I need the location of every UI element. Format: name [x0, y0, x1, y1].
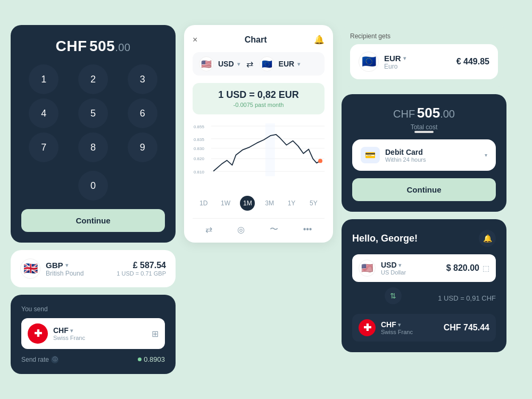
hello-usd-row: 🇺🇸 USD ▾ US Dollar $ 820.00 ⬚	[352, 254, 496, 282]
numpad-grid: 1 2 3 4 5 6 7 8 9	[21, 64, 165, 162]
chart-nav: ⇄ ◎ 〜 •••	[193, 218, 325, 235]
summary-amount-label: CHF 505.00	[352, 105, 496, 121]
hello-bell-button[interactable]: 🔔	[479, 230, 496, 247]
period-1d[interactable]: 1D	[196, 196, 211, 211]
summary-currency-label: CHF	[393, 108, 415, 120]
chart-bell-button[interactable]: 🔔	[314, 35, 325, 45]
dot-icon	[138, 358, 142, 361]
hello-title: Hello, George!	[352, 233, 418, 244]
period-1w[interactable]: 1W	[218, 196, 233, 211]
chart-filter-button[interactable]: ⇄	[205, 224, 212, 235]
center-column: × Chart 🔔 🇺🇸 USD ▾ ⇄ 🇪🇺 EUR ▾ 1 USD = 0,…	[184, 25, 333, 243]
chf-flag: ✚	[28, 323, 48, 344]
send-code[interactable]: CHF ▾	[53, 326, 146, 335]
svg-text:0.835: 0.835	[194, 137, 204, 142]
rate-main: 1 USD = 0,82 EUR	[199, 89, 318, 101]
chart-more-button[interactable]: •••	[303, 224, 312, 235]
exchange-rate-row: ⇅ 1 USD = 0,91 CHF	[352, 287, 496, 309]
chart-trend-button[interactable]: 〜	[270, 224, 278, 235]
chart-to-selector[interactable]: EUR ▾	[279, 60, 301, 68]
payment-info: Debit Card Within 24 hours	[385, 148, 479, 163]
numpad-8[interactable]: 8	[78, 132, 108, 162]
chart-from-selector[interactable]: USD ▾	[218, 60, 240, 68]
numpad-3[interactable]: 3	[128, 64, 157, 94]
chart-svg-wrapper: 0.855 0.835 0.830 0.820 0.810	[193, 121, 325, 192]
gbp-rate: 1 USD = 0.71 GBP	[117, 270, 166, 277]
gbp-flag: 🇬🇧	[20, 259, 40, 279]
send-name: Swiss Franc	[53, 335, 146, 341]
svg-text:0.810: 0.810	[194, 170, 204, 174]
svg-rect-10	[265, 123, 275, 176]
chart-usd-flag: 🇺🇸	[199, 56, 214, 71]
payment-name: Debit Card	[385, 148, 479, 156]
recipient-label: Recipient gets	[350, 32, 498, 40]
summary-card: CHF 505.00 Total cost 💳 Debit Card Withi…	[342, 94, 506, 212]
grid-icon: ⊞	[152, 329, 159, 339]
numpad-4[interactable]: 4	[29, 98, 59, 128]
chart-close-button[interactable]: ×	[193, 35, 197, 45]
gbp-amount-block: £ 587.54 1 USD = 0.71 GBP	[117, 261, 166, 277]
left-column: CHF 505.00 1 2 3 4 5 6 7 8 9 0 Continue …	[11, 25, 176, 374]
hello-usd-info: USD ▾ US Dollar	[381, 261, 406, 276]
currency-selector-row: 🇺🇸 USD ▾ ⇄ 🇪🇺 EUR ▾	[193, 52, 325, 76]
hello-card: Hello, George! 🔔 🇺🇸 USD ▾ US Dollar $ 82…	[342, 219, 506, 352]
exchange-rate-text: 1 USD = 0,91 CHF	[438, 294, 496, 302]
numpad-2[interactable]: 2	[78, 64, 108, 94]
gbp-code: GBP ▾	[46, 261, 111, 270]
send-row: ✚ CHF ▾ Swiss Franc ⊞	[21, 318, 165, 349]
chf-result-row: ✚ CHF ▾ Swiss Franc CHF 745.44	[352, 314, 496, 342]
chart-eur-flag: 🇪🇺	[260, 56, 275, 71]
gbp-card: 🇬🇧 GBP ▾ British Pound £ 587.54 1 USD = …	[11, 250, 176, 287]
recipient-info: EUR ▾ Euro	[384, 54, 451, 70]
main-layout: CHF 505.00 1 2 3 4 5 6 7 8 9 0 Continue …	[11, 25, 521, 374]
period-1y[interactable]: 1Y	[284, 196, 299, 211]
summary-amount-dec: .00	[440, 108, 455, 120]
hello-chf-info: CHF ▾ Swiss Franc	[381, 320, 413, 335]
recipient-flag: 🇪🇺	[359, 52, 379, 72]
chart-wallet-button[interactable]: ◎	[237, 224, 245, 235]
chart-to-chevron-icon: ▾	[297, 61, 300, 67]
numpad-6[interactable]: 6	[128, 98, 157, 128]
svg-point-11	[318, 159, 322, 163]
time-period-selector: 1D 1W 1M 3M 1Y 5Y	[193, 196, 325, 211]
divider	[414, 131, 434, 133]
hello-usd-flag: 🇺🇸	[359, 260, 376, 277]
numpad-card: CHF 505.00 1 2 3 4 5 6 7 8 9 0 Continue	[11, 25, 176, 243]
hello-chf-flag: ✚	[359, 319, 376, 336]
period-5y[interactable]: 5Y	[306, 196, 321, 211]
total-cost-label: Total cost	[352, 123, 496, 131]
send-currency-info: CHF ▾ Swiss Franc	[53, 326, 146, 341]
gbp-info: GBP ▾ British Pound	[46, 261, 111, 277]
right-column: Recipient gets 🇪🇺 EUR ▾ Euro € 449.85 CH…	[342, 25, 506, 352]
numpad-9[interactable]: 9	[128, 132, 157, 162]
exchange-icon: ⇅	[385, 287, 402, 304]
svg-text:0.820: 0.820	[194, 156, 204, 161]
recipient-section: Recipient gets 🇪🇺 EUR ▾ Euro € 449.85	[342, 25, 506, 87]
numpad-1[interactable]: 1	[29, 64, 59, 94]
gbp-name: British Pound	[46, 270, 111, 277]
hello-usd-code[interactable]: USD ▾	[381, 261, 406, 269]
recipient-card: 🇪🇺 EUR ▾ Euro € 449.85	[350, 44, 498, 79]
hello-usd-amount-row: $ 820.00 ⬚	[446, 263, 489, 273]
rate-display: 1 USD = 0,82 EUR -0.0075 past month	[193, 83, 325, 114]
svg-text:0.855: 0.855	[194, 124, 204, 129]
period-1m[interactable]: 1M	[240, 196, 255, 211]
numpad-continue-button[interactable]: Continue	[21, 209, 165, 232]
numpad-7[interactable]: 7	[29, 132, 59, 162]
gbp-row: 🇬🇧 GBP ▾ British Pound £ 587.54 1 USD = …	[20, 259, 166, 279]
swap-icon[interactable]: ⇄	[246, 59, 253, 69]
recipient-name: Euro	[384, 63, 451, 70]
svg-text:0.830: 0.830	[194, 146, 204, 151]
hello-chf-code[interactable]: CHF ▾	[381, 320, 413, 329]
hello-chf-amount: CHF 745.44	[444, 323, 489, 332]
hello-usd-name: US Dollar	[381, 269, 406, 276]
amount-int: 505	[89, 38, 115, 54]
recipient-code: EUR ▾	[384, 54, 451, 63]
numpad-0[interactable]: 0	[78, 171, 108, 201]
hello-header: Hello, George! 🔔	[352, 230, 496, 247]
summary-continue-button[interactable]: Continue	[352, 178, 496, 201]
period-3m[interactable]: 3M	[262, 196, 277, 211]
numpad-5[interactable]: 5	[78, 98, 108, 128]
gbp-amount: £ 587.54	[117, 261, 166, 270]
chart-header: × Chart 🔔	[193, 35, 325, 45]
